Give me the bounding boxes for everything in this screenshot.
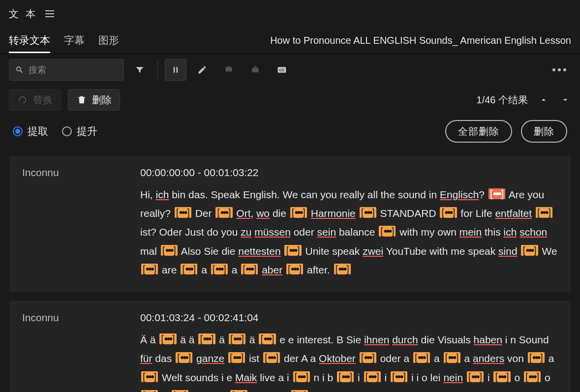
delete-label: 删除 [92,93,112,107]
text-run: YouTube with me speak [383,245,498,257]
gap-marker[interactable]: ••• [291,390,308,392]
transcript-segment[interactable]: Inconnu00:01:03:24 - 00:02:41:04Ä ä ••• … [9,301,571,392]
gap-marker[interactable]: ••• [488,188,505,199]
import-caption-icon [224,65,234,75]
next-result[interactable] [559,94,571,106]
gap-marker[interactable]: ••• [198,333,215,344]
segment-body: 00:00:00:00 - 00:01:03:22Hi, ich bin das… [140,167,558,279]
gap-marker[interactable]: ••• [141,390,158,392]
gap-marker[interactable]: ••• [241,264,258,274]
gap-marker[interactable]: ••• [181,264,197,274]
text-run: a [461,353,473,364]
more-menu[interactable] [548,63,571,76]
flagged-word: Englisch [440,189,479,200]
segment-text[interactable]: Hi, ich bin das. Speak English. We can y… [140,185,558,279]
tab-graphics[interactable]: 图形 [98,29,119,53]
gap-marker[interactable]: ••• [521,245,538,256]
delete-rounded-button[interactable]: 删除 [521,120,567,143]
gap-marker[interactable]: ••• [290,207,307,218]
toolbar-divider [157,61,158,79]
radio-extract[interactable]: 提取 [13,124,48,138]
text-run: are [159,264,180,275]
flagged-word: nettesten [238,245,280,257]
prev-result[interactable] [538,94,549,106]
gap-marker[interactable]: ••• [364,371,381,382]
gap-marker[interactable]: ••• [286,264,303,274]
gap-marker[interactable]: ••• [211,264,228,274]
text-run: oder [291,226,317,238]
dot-icon [563,68,566,71]
flagged-word: zu [241,226,251,238]
flagged-word: sein [317,226,336,238]
radio-promote[interactable]: 提升 [62,124,97,138]
search-input[interactable] [29,65,118,75]
gap-marker[interactable]: ••• [528,352,545,363]
gap-marker[interactable]: ••• [493,371,510,382]
cc-button[interactable]: CC [271,59,293,81]
text-run: der A a [281,353,319,364]
flagged-word: mein [459,226,482,238]
gap-marker[interactable]: ••• [444,352,460,363]
gap-marker[interactable]: ••• [159,333,176,344]
filter-icon [135,65,145,75]
flagged-word: sind [498,245,518,257]
gap-marker[interactable]: ••• [440,207,457,218]
gap-marker[interactable]: ••• [259,333,275,344]
transcript-list: Inconnu00:00:00:00 - 00:01:03:22Hi, ich … [0,149,580,392]
delete-button[interactable]: 删除 [68,89,120,111]
segment-text[interactable]: Ä ä ••• ä ä ••• ä ••• ä ••• e e interest… [140,331,558,392]
text-run: ist [246,353,262,364]
gap-marker[interactable]: ••• [413,352,430,363]
gap-marker[interactable]: ••• [161,245,178,256]
gap-marker[interactable]: ••• [230,390,247,392]
text-run: STANDARD [377,208,439,219]
segment-body: 00:01:03:24 - 00:02:41:04Ä ä ••• ä ä •••… [140,312,558,392]
gap-marker[interactable]: ••• [175,207,191,218]
search-icon [15,65,24,75]
gap-marker[interactable]: ••• [334,264,351,274]
export-caption-button[interactable] [244,59,266,81]
transcript-segment[interactable]: Inconnu00:00:00:00 - 00:01:03:22Hi, ich … [9,155,571,293]
text-run: live a i [257,372,292,383]
gap-marker[interactable]: ••• [284,245,301,256]
delete-all-button[interactable]: 全部删除 [445,120,512,143]
menu-icon[interactable] [45,10,54,17]
gap-marker[interactable]: ••• [141,264,158,274]
gap-marker[interactable]: ••• [467,371,484,382]
tab-transcript[interactable]: 转录文本 [9,29,50,53]
flagged-word: durch [392,334,418,345]
text-run: with my own [397,226,459,238]
replace-label: 替换 [33,93,53,107]
gap-marker[interactable]: ••• [360,207,376,218]
text-run: von [504,353,527,364]
gap-marker[interactable]: ••• [391,371,407,382]
gap-marker[interactable]: ••• [536,207,552,218]
pause-markers-button[interactable] [165,59,186,81]
gap-marker[interactable]: ••• [263,352,280,363]
text-run: this [482,226,503,238]
gap-marker[interactable]: ••• [337,371,354,382]
gap-marker[interactable]: ••• [176,352,192,363]
text-run: a [546,353,554,364]
gap-marker[interactable]: ••• [141,371,158,382]
gap-marker[interactable]: ••• [293,371,310,382]
import-caption-button[interactable] [218,59,240,81]
filter-button[interactable] [129,59,151,81]
replace-button[interactable]: 替换 [9,89,61,111]
flagged-word: ihnen [364,334,389,345]
text-run [281,245,284,257]
gap-marker[interactable]: ••• [360,352,376,363]
text-run [356,208,359,219]
gap-marker[interactable]: ••• [228,352,245,363]
speaker-name: Inconnu [22,167,135,279]
gap-marker[interactable]: ••• [524,371,541,382]
flagged-word: Ort [236,208,250,219]
gap-marker[interactable]: ••• [229,333,245,344]
gap-marker[interactable]: ••• [215,207,232,218]
gap-marker[interactable]: ••• [172,390,188,392]
flagged-word: anders [473,353,504,364]
edit-button[interactable] [191,59,213,81]
text-run [518,245,520,257]
tab-subtitles[interactable]: 字幕 [64,29,85,53]
gap-marker[interactable]: ••• [379,226,396,237]
